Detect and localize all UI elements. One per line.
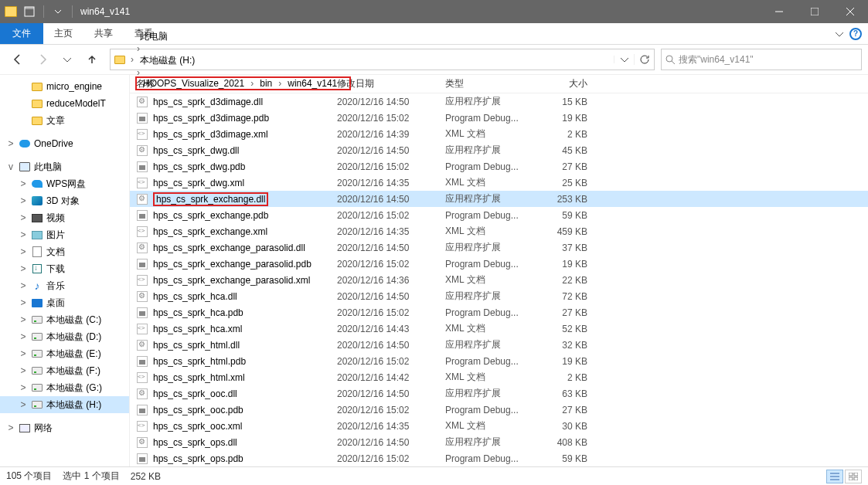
tab-home[interactable]: 主页 xyxy=(43,23,83,44)
tree-item[interactable]: >OneDrive xyxy=(0,135,129,152)
file-row[interactable]: hps_cs_sprk_dwg.xml2020/12/16 14:35XML 文… xyxy=(130,175,868,191)
file-row[interactable]: hps_cs_sprk_html.pdb2020/12/16 15:02Prog… xyxy=(130,353,868,369)
expand-icon[interactable]: > xyxy=(19,297,28,308)
breadcrumb-item[interactable]: 本地磁盘 (H:) xyxy=(135,54,351,67)
tree-item[interactable]: >本地磁盘 (H:) xyxy=(0,396,129,413)
file-row[interactable]: hps_cs_sprk_dwg.pdb2020/12/16 15:02Progr… xyxy=(130,158,868,175)
address-dropdown-button[interactable] xyxy=(614,56,634,63)
tree-item[interactable]: >网络 xyxy=(0,419,129,436)
nav-history-dropdown[interactable] xyxy=(56,49,79,70)
chevron-right-icon[interactable]: › xyxy=(129,54,135,65)
tree-item[interactable]: >文档 xyxy=(0,243,129,260)
file-name: hps_cs_sprk_ooc.dll xyxy=(153,388,237,399)
expand-icon[interactable]: > xyxy=(19,280,28,291)
expand-icon[interactable]: > xyxy=(19,399,28,410)
expand-icon[interactable]: > xyxy=(19,314,28,325)
file-row[interactable]: hps_cs_sprk_d3dimage.dll2020/12/16 14:50… xyxy=(130,93,868,110)
file-row[interactable]: hps_cs_sprk_exchange_parasolid.pdb2020/1… xyxy=(130,256,868,272)
col-size[interactable]: 大小 xyxy=(540,77,594,90)
qat-dropdown-icon[interactable] xyxy=(50,4,66,19)
file-row[interactable]: hps_cs_sprk_ops.dll2020/12/16 14:50应用程序扩… xyxy=(130,434,868,450)
expand-icon[interactable]: > xyxy=(19,246,28,257)
file-row[interactable]: hps_cs_sprk_ooc.dll2020/12/16 14:50应用程序扩… xyxy=(130,385,868,402)
file-row[interactable]: hps_cs_sprk_d3dimage.pdb2020/12/16 15:02… xyxy=(130,110,868,126)
view-icons-button[interactable] xyxy=(845,470,862,483)
file-row[interactable]: hps_cs_sprk_hca.xml2020/12/16 14:43XML 文… xyxy=(130,321,868,337)
chevron-right-icon[interactable]: › xyxy=(277,78,283,89)
tree-item[interactable]: reduceModelT xyxy=(0,95,129,112)
file-row[interactable]: hps_cs_sprk_html.xml2020/12/16 14:42XML … xyxy=(130,369,868,385)
expand-icon[interactable]: > xyxy=(6,138,15,149)
nav-up-button[interactable] xyxy=(80,49,104,70)
expand-icon[interactable]: > xyxy=(19,382,28,393)
file-row[interactable]: hps_cs_sprk_ooc.xml2020/12/16 14:35XML 文… xyxy=(130,418,868,434)
breadcrumb-item[interactable]: win64_v141 xyxy=(283,78,342,89)
expand-icon[interactable]: > xyxy=(19,348,28,359)
chevron-right-icon[interactable]: › xyxy=(135,43,141,54)
tree-item[interactable]: micro_engine xyxy=(0,78,129,95)
tree-item[interactable]: >本地磁盘 (D:) xyxy=(0,328,129,345)
chevron-right-icon[interactable]: › xyxy=(135,67,141,78)
properties-icon[interactable] xyxy=(22,4,37,19)
file-row[interactable]: hps_cs_sprk_d3dimage.xml2020/12/16 14:39… xyxy=(130,126,868,142)
expand-icon[interactable]: > xyxy=(19,331,28,342)
view-details-button[interactable] xyxy=(826,470,843,483)
breadcrumb-item[interactable]: bin xyxy=(255,78,277,89)
nav-back-button[interactable] xyxy=(6,49,29,70)
maximize-button[interactable] xyxy=(797,0,832,23)
expand-icon[interactable]: > xyxy=(6,422,15,433)
file-row[interactable]: hps_cs_sprk_exchange.dll2020/12/16 14:50… xyxy=(130,191,868,207)
file-row[interactable]: hps_cs_sprk_ops.pdb2020/12/16 15:02Progr… xyxy=(130,450,868,466)
tree-item[interactable]: >视频 xyxy=(0,209,129,226)
expand-icon[interactable]: > xyxy=(19,195,28,206)
tree-item[interactable]: >WPS网盘 xyxy=(0,175,129,192)
file-row[interactable]: hps_cs_sprk_dwg.dll2020/12/16 14:50应用程序扩… xyxy=(130,142,868,158)
tree-item[interactable]: >桌面 xyxy=(0,294,129,311)
expand-icon[interactable]: > xyxy=(19,263,28,274)
tree-item[interactable]: >图片 xyxy=(0,226,129,243)
file-row[interactable]: hps_cs_sprk_exchange_parasolid.dll2020/1… xyxy=(130,239,868,256)
tree-item[interactable]: >本地磁盘 (E:) xyxy=(0,345,129,362)
tree-item[interactable]: >3D 对象 xyxy=(0,192,129,209)
tab-file[interactable]: 文件 xyxy=(0,23,43,44)
tree-item[interactable]: v此电脑 xyxy=(0,158,129,175)
tree-item[interactable]: >本地磁盘 (C:) xyxy=(0,311,129,328)
tree-item[interactable]: >本地磁盘 (G:) xyxy=(0,379,129,396)
tree-item[interactable]: >本地磁盘 (F:) xyxy=(0,362,129,379)
file-row[interactable]: hps_cs_sprk_hca.pdb2020/12/16 15:02Progr… xyxy=(130,304,868,321)
status-size: 252 KB xyxy=(131,471,161,482)
nav-tree[interactable]: micro_enginereduceModelT文章>OneDrivev此电脑>… xyxy=(0,75,130,466)
expand-icon[interactable]: > xyxy=(19,212,28,223)
address-bar[interactable]: › 此电脑›本地磁盘 (H:)›HOOPS_Visualize_2021›bin… xyxy=(110,49,655,70)
close-button[interactable] xyxy=(832,0,868,23)
nav-forward-button[interactable] xyxy=(31,49,54,70)
tab-share[interactable]: 共享 xyxy=(83,23,124,44)
file-row[interactable]: hps_cs_sprk_hca.dll2020/12/16 14:50应用程序扩… xyxy=(130,288,868,304)
minimize-button[interactable] xyxy=(761,0,797,23)
expand-icon[interactable]: > xyxy=(19,229,28,240)
folder-icon[interactable] xyxy=(3,4,19,19)
address-folder-icon[interactable] xyxy=(111,56,129,64)
col-type[interactable]: 类型 xyxy=(439,77,540,90)
file-row[interactable]: hps_cs_sprk_exchange_parasolid.xml2020/1… xyxy=(130,272,868,288)
file-rows[interactable]: hps_cs_sprk_d3dimage.dll2020/12/16 14:50… xyxy=(130,93,868,466)
refresh-button[interactable] xyxy=(634,54,654,65)
chevron-right-icon[interactable]: › xyxy=(249,78,255,89)
expand-icon[interactable]: > xyxy=(19,365,28,376)
tree-item[interactable]: >♪音乐 xyxy=(0,277,129,294)
file-row[interactable]: hps_cs_sprk_html.dll2020/12/16 14:50应用程序… xyxy=(130,337,868,353)
tree-item[interactable]: 文章 xyxy=(0,112,129,129)
breadcrumb-item[interactable]: HOOPS_Visualize_2021 xyxy=(138,78,249,89)
tree-item[interactable]: >下载 xyxy=(0,260,129,277)
file-row[interactable]: hps_cs_sprk_ooc.pdb2020/12/16 15:02Progr… xyxy=(130,402,868,418)
file-name: hps_cs_sprk_ooc.pdb xyxy=(153,405,243,415)
chevron-right-icon[interactable]: › xyxy=(342,78,348,89)
file-row[interactable]: hps_cs_sprk_exchange.pdb2020/12/16 15:02… xyxy=(130,207,868,223)
breadcrumb-item[interactable]: 此电脑 xyxy=(135,30,351,43)
help-icon[interactable]: ? xyxy=(849,28,862,40)
expand-icon[interactable]: > xyxy=(19,178,28,189)
file-row[interactable]: hps_cs_sprk_exchange.xml2020/12/16 14:35… xyxy=(130,223,868,239)
expand-icon[interactable]: v xyxy=(6,161,15,172)
chevron-down-icon[interactable] xyxy=(834,29,845,39)
search-input[interactable]: 搜索"win64_v141" xyxy=(661,49,862,70)
